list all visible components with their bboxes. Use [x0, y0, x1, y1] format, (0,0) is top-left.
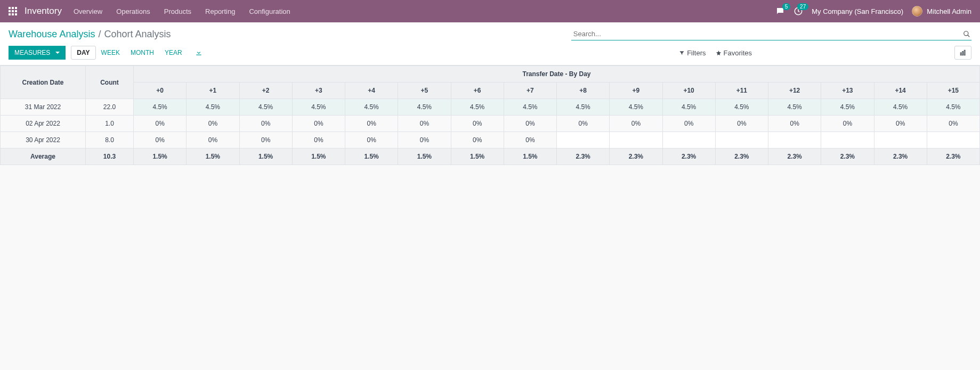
cohort-cell[interactable]: 0% — [398, 116, 451, 132]
cohort-cell[interactable]: 0% — [398, 132, 451, 149]
cohort-cell[interactable]: 4.5% — [239, 99, 292, 116]
cohort-cell[interactable]: 0% — [610, 116, 662, 132]
row-label[interactable]: 31 Mar 2022 — [1, 99, 86, 116]
cohort-cell[interactable]: 4.5% — [398, 99, 451, 116]
menu-products[interactable]: Products — [164, 7, 191, 15]
menu-operations[interactable]: Operations — [116, 7, 150, 15]
cohort-cell[interactable]: 0% — [504, 116, 556, 132]
cohort-cell[interactable]: 4.5% — [715, 99, 768, 116]
cohort-cell[interactable]: 0% — [874, 116, 927, 132]
cohort-cell[interactable]: 0% — [451, 132, 504, 149]
cohort-cell[interactable]: 0% — [134, 132, 187, 149]
menu-overview[interactable]: Overview — [74, 7, 102, 15]
cohort-cell[interactable]: 0% — [239, 132, 292, 149]
row-count[interactable]: 8.0 — [86, 132, 134, 149]
user-menu[interactable]: Mitchell Admin — [912, 6, 971, 17]
cohort-cell[interactable] — [715, 132, 768, 149]
th-offset[interactable]: +4 — [345, 83, 398, 99]
interval-week[interactable]: WEEK — [96, 46, 125, 59]
th-offset[interactable]: +10 — [662, 83, 715, 99]
cohort-cell[interactable]: 4.5% — [187, 99, 239, 116]
row-label[interactable]: 02 Apr 2022 — [1, 116, 86, 132]
cohort-cell[interactable]: 0% — [292, 116, 345, 132]
brand-title[interactable]: Inventory — [25, 6, 62, 17]
cohort-cell[interactable]: 4.5% — [504, 99, 556, 116]
th-group-header: Transfer Date - By Day — [134, 66, 980, 83]
cohort-cell[interactable]: 0% — [134, 116, 187, 132]
cohort-cell[interactable]: 4.5% — [821, 99, 874, 116]
interval-year[interactable]: YEAR — [159, 46, 188, 59]
th-offset[interactable]: +13 — [821, 83, 874, 99]
messaging-icon[interactable]: 5 — [775, 6, 785, 16]
cohort-cell[interactable]: 0% — [292, 132, 345, 149]
cohort-cell[interactable]: 4.5% — [557, 99, 610, 116]
cohort-cell[interactable] — [662, 132, 715, 149]
cohort-cell[interactable]: 4.5% — [345, 99, 398, 116]
breadcrumb: Warehouse Analysis / Cohort Analysis — [9, 29, 171, 40]
cohort-cell[interactable]: 0% — [187, 116, 239, 132]
favorites-label: Favorites — [724, 49, 752, 57]
cohort-cell[interactable]: 0% — [187, 132, 239, 149]
measures-button[interactable]: MEASURES — [9, 46, 66, 60]
menu-reporting[interactable]: Reporting — [205, 7, 235, 15]
cohort-cell[interactable]: 0% — [239, 116, 292, 132]
cohort-cell[interactable]: 4.5% — [292, 99, 345, 116]
company-switcher[interactable]: My Company (San Francisco) — [812, 7, 903, 15]
th-creation-date[interactable]: Creation Date — [1, 66, 86, 99]
cohort-cell[interactable]: 0% — [821, 116, 874, 132]
cohort-cell[interactable]: 4.5% — [874, 99, 927, 116]
cohort-cell[interactable]: 0% — [768, 116, 821, 132]
apps-icon[interactable] — [9, 7, 17, 15]
cohort-cell[interactable]: 4.5% — [768, 99, 821, 116]
cohort-cell[interactable] — [927, 132, 979, 149]
th-count[interactable]: Count — [86, 66, 134, 99]
cohort-cell[interactable]: 0% — [345, 116, 398, 132]
cohort-cell[interactable]: 0% — [504, 132, 556, 149]
breadcrumb-link[interactable]: Warehouse Analysis — [9, 29, 95, 40]
th-offset[interactable]: +0 — [134, 83, 187, 99]
cohort-cell[interactable] — [557, 132, 610, 149]
cohort-cell[interactable] — [610, 132, 662, 149]
cohort-cell[interactable]: 0% — [662, 116, 715, 132]
view-chart-button[interactable] — [954, 46, 971, 60]
search-icon[interactable] — [963, 30, 970, 38]
interval-day[interactable]: DAY — [71, 46, 95, 60]
cohort-cell[interactable]: 0% — [345, 132, 398, 149]
th-offset[interactable]: +11 — [715, 83, 768, 99]
th-offset[interactable]: +9 — [610, 83, 662, 99]
th-offset[interactable]: +2 — [239, 83, 292, 99]
cohort-cell[interactable]: 4.5% — [927, 99, 979, 116]
th-offset[interactable]: +6 — [451, 83, 504, 99]
cohort-cell[interactable]: 0% — [557, 116, 610, 132]
cohort-cell[interactable]: 4.5% — [610, 99, 662, 116]
cohort-cell[interactable]: 0% — [451, 116, 504, 132]
cohort-cell[interactable] — [768, 132, 821, 149]
search-input[interactable] — [571, 28, 971, 40]
row-count[interactable]: 1.0 — [86, 116, 134, 132]
filters-button[interactable]: Filters — [679, 49, 706, 57]
cohort-cell[interactable]: 4.5% — [451, 99, 504, 116]
th-offset[interactable]: +3 — [292, 83, 345, 99]
th-offset[interactable]: +8 — [557, 83, 610, 99]
row-label[interactable]: 30 Apr 2022 — [1, 132, 86, 149]
th-offset[interactable]: +1 — [187, 83, 239, 99]
cohort-cell[interactable]: 0% — [715, 116, 768, 132]
favorites-button[interactable]: Favorites — [716, 49, 752, 57]
cohort-cell[interactable]: 0% — [927, 116, 979, 132]
download-icon[interactable] — [195, 49, 203, 56]
cohort-cell[interactable] — [821, 132, 874, 149]
th-offset[interactable]: +15 — [927, 83, 979, 99]
row-count[interactable]: 22.0 — [86, 99, 134, 116]
th-offset[interactable]: +7 — [504, 83, 556, 99]
th-offset[interactable]: +12 — [768, 83, 821, 99]
cohort-cell[interactable]: 4.5% — [662, 99, 715, 116]
interval-month[interactable]: MONTH — [125, 46, 159, 59]
cohort-cell[interactable]: 4.5% — [134, 99, 187, 116]
menu-configuration[interactable]: Configuration — [249, 7, 290, 15]
th-offset[interactable]: +5 — [398, 83, 451, 99]
cohort-cell[interactable] — [874, 132, 927, 149]
th-offset[interactable]: +14 — [874, 83, 927, 99]
search-bar[interactable] — [571, 28, 971, 40]
control-panel: Warehouse Analysis / Cohort Analysis MEA… — [0, 22, 980, 65]
activity-icon[interactable]: 27 — [793, 6, 803, 16]
